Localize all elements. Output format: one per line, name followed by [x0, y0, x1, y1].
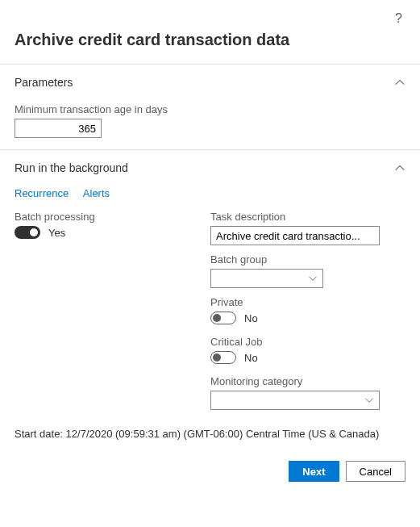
help-row: ?	[15, 10, 405, 27]
page-title: Archive credit card transaction data	[15, 31, 405, 49]
tabs: Recurrence Alerts	[15, 187, 405, 199]
private-toggle[interactable]	[210, 312, 236, 324]
section-header-parameters[interactable]: Parameters	[15, 65, 405, 95]
dialog: ? Archive credit card transaction data P…	[0, 0, 420, 496]
batch-processing-row: Yes	[15, 226, 194, 239]
chevron-down-icon	[364, 395, 374, 405]
monitoring-category-label: Monitoring category	[210, 375, 405, 387]
min-age-input[interactable]	[15, 119, 102, 138]
batch-processing-label: Batch processing	[15, 211, 194, 223]
critical-job-toggle[interactable]	[210, 351, 236, 364]
private-row: No	[210, 312, 405, 324]
chevron-up-icon	[394, 162, 405, 174]
private-value: No	[244, 312, 258, 324]
task-description-label: Task description	[210, 211, 405, 223]
column-right: Task description Batch group Private No …	[210, 211, 405, 410]
task-description-input[interactable]	[210, 226, 380, 245]
section-title-parameters: Parameters	[15, 76, 73, 89]
batch-group-label: Batch group	[210, 253, 405, 266]
monitoring-category-select[interactable]	[210, 391, 380, 410]
chevron-up-icon	[394, 77, 405, 88]
critical-job-label: Critical Job	[210, 336, 405, 348]
private-label: Private	[210, 296, 405, 308]
batch-processing-toggle[interactable]	[15, 226, 40, 239]
min-age-label: Minimum transaction age in days	[15, 103, 405, 115]
tab-recurrence[interactable]: Recurrence	[15, 187, 69, 199]
section-title-background: Run in the background	[15, 161, 128, 174]
critical-job-row: No	[210, 351, 405, 364]
cancel-button[interactable]: Cancel	[346, 461, 405, 482]
help-icon[interactable]: ?	[392, 10, 405, 27]
tab-alerts[interactable]: Alerts	[83, 187, 110, 199]
background-columns: Batch processing Yes Task description Ba…	[15, 211, 405, 410]
footer: Next Cancel	[15, 461, 405, 482]
batch-processing-value: Yes	[48, 227, 65, 239]
chevron-down-icon	[308, 274, 318, 283]
start-date-text: Start date: 12/7/2020 (09:59:31 am) (GMT…	[15, 428, 405, 440]
next-button[interactable]: Next	[289, 461, 339, 482]
section-header-background[interactable]: Run in the background	[15, 150, 405, 181]
critical-job-value: No	[244, 352, 258, 364]
column-left: Batch processing Yes	[15, 211, 194, 410]
batch-group-select[interactable]	[210, 269, 323, 288]
